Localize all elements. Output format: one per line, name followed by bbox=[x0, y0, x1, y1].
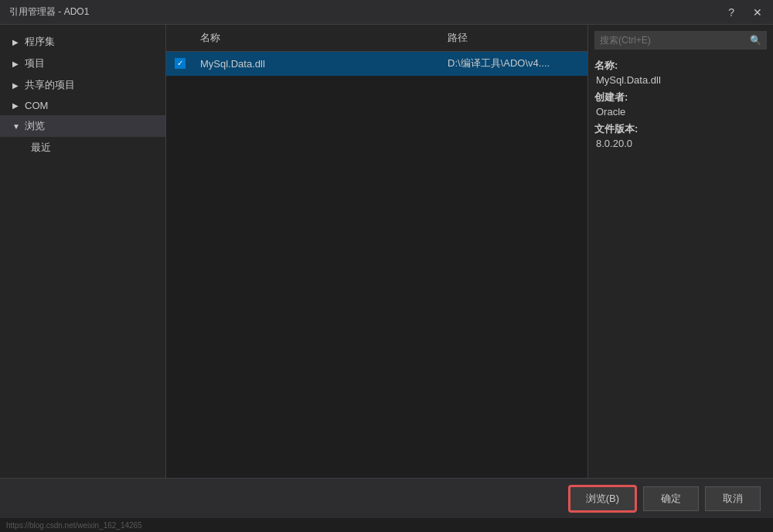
search-input[interactable] bbox=[595, 32, 745, 49]
arrow-icon: ▼ bbox=[12, 122, 22, 131]
col-header-path: 路径 bbox=[441, 29, 587, 46]
title-bar: 引用管理器 - ADO1 ? ✕ bbox=[0, 0, 773, 25]
sidebar-item-label: 项目 bbox=[25, 56, 45, 70]
checkbox-cell[interactable] bbox=[166, 58, 194, 69]
main-content: ▶ 程序集 ▶ 项目 ▶ 共享的项目 ▶ COM ▼ 浏览 最近 bbox=[0, 25, 773, 478]
sidebar-item-label: 共享的项目 bbox=[25, 78, 75, 92]
table-header: 名称 路径 bbox=[166, 25, 587, 52]
sidebar-item-browse[interactable]: ▼ 浏览 bbox=[0, 115, 165, 137]
row-checkbox[interactable] bbox=[175, 58, 186, 69]
bottom-bar: 浏览(B) 确定 取消 bbox=[0, 478, 773, 518]
browse-button[interactable]: 浏览(B) bbox=[568, 485, 637, 513]
table-body: MySql.Data.dll D:\编译工具\ADO\v4.... bbox=[166, 52, 587, 478]
title-bar-right: ? ✕ bbox=[724, 4, 767, 21]
info-creator-section: 创建者: Oracle bbox=[594, 90, 767, 118]
creator-label: 创建者: bbox=[594, 90, 767, 104]
sidebar-item-label: COM bbox=[25, 100, 48, 111]
window-title: 引用管理器 - ADO1 bbox=[9, 5, 89, 19]
help-button[interactable]: ? bbox=[724, 4, 739, 21]
row-name: MySql.Data.dll bbox=[194, 56, 441, 71]
sidebar-item-shared[interactable]: ▶ 共享的项目 bbox=[0, 74, 165, 96]
arrow-icon: ▶ bbox=[12, 101, 22, 110]
sidebar-item-assemblies[interactable]: ▶ 程序集 bbox=[0, 31, 165, 53]
col-header-check bbox=[166, 29, 194, 46]
version-value: 8.0.20.0 bbox=[594, 138, 767, 149]
arrow-icon: ▶ bbox=[12, 38, 22, 46]
center-panel: 名称 路径 MySql.Data.dll D:\编译工具\ADO\v4.... bbox=[166, 25, 587, 478]
table-row[interactable]: MySql.Data.dll D:\编译工具\ADO\v4.... bbox=[166, 52, 587, 76]
watermark-bar: https://blog.csdn.net/weixin_162_14265 bbox=[0, 518, 773, 532]
sidebar-item-recent[interactable]: 最近 bbox=[0, 137, 165, 159]
sidebar-item-com[interactable]: ▶ COM bbox=[0, 96, 165, 115]
version-label: 文件版本: bbox=[594, 122, 767, 136]
dialog-window: 引用管理器 - ADO1 ? ✕ ▶ 程序集 ▶ 项目 ▶ 共享的项目 ▶ C bbox=[0, 0, 773, 532]
sidebar: ▶ 程序集 ▶ 项目 ▶ 共享的项目 ▶ COM ▼ 浏览 最近 bbox=[0, 25, 166, 478]
arrow-icon: ▶ bbox=[12, 60, 22, 68]
sidebar-item-project[interactable]: ▶ 项目 bbox=[0, 53, 165, 74]
close-button[interactable]: ✕ bbox=[748, 4, 767, 21]
creator-value: Oracle bbox=[594, 106, 767, 118]
right-panel: 🔍 名称: MySql.Data.dll 创建者: Oracle 文件版本: 8… bbox=[587, 25, 773, 478]
info-version-section: 文件版本: 8.0.20.0 bbox=[594, 122, 767, 149]
name-label: 名称: bbox=[594, 59, 767, 73]
search-button[interactable]: 🔍 bbox=[745, 32, 766, 49]
sidebar-subitem-label: 最近 bbox=[31, 142, 51, 153]
search-bar: 🔍 bbox=[594, 31, 767, 49]
cancel-button[interactable]: 取消 bbox=[705, 486, 761, 511]
info-name-section: 名称: MySql.Data.dll bbox=[594, 59, 767, 86]
arrow-icon: ▶ bbox=[12, 81, 22, 90]
row-path: D:\编译工具\ADO\v4.... bbox=[441, 55, 587, 72]
sidebar-item-label: 浏览 bbox=[25, 119, 45, 133]
ok-button[interactable]: 确定 bbox=[643, 486, 699, 511]
name-value: MySql.Data.dll bbox=[594, 74, 767, 86]
watermark-text: https://blog.csdn.net/weixin_162_14265 bbox=[6, 521, 142, 530]
sidebar-item-label: 程序集 bbox=[25, 35, 55, 49]
title-bar-left: 引用管理器 - ADO1 bbox=[9, 5, 89, 19]
col-header-name: 名称 bbox=[194, 29, 441, 46]
